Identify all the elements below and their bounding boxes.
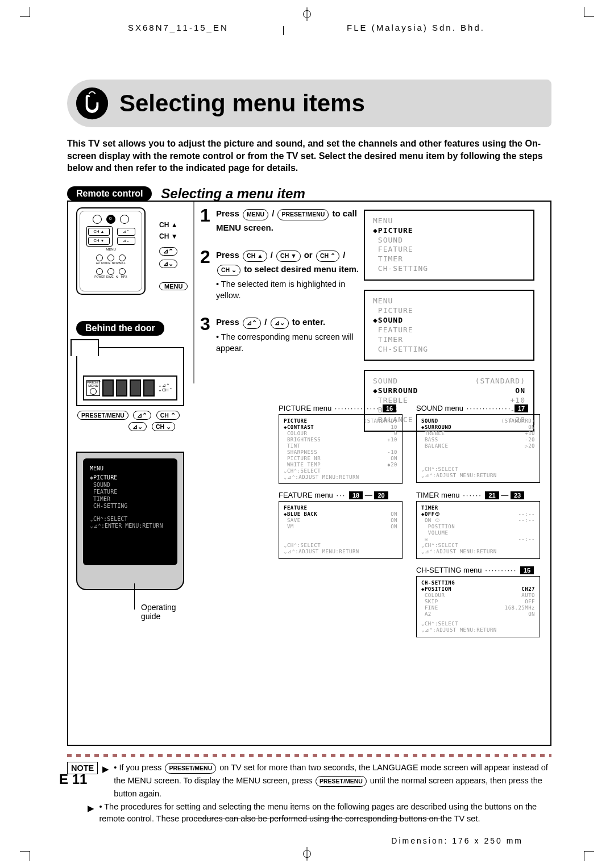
ch-up-button: CH ⌃ xyxy=(156,411,180,420)
steps-column: 1 Press MENU / PRESET/MENU to call MENU … xyxy=(200,207,359,369)
picture-menu-block: PICTURE menu ·············· 16 PICTURE(S… xyxy=(279,404,403,485)
behind-door-pill: Behind the door xyxy=(76,321,164,336)
label-menu: MENU xyxy=(159,282,188,290)
intro-text: This TV set allows you to adjust the pic… xyxy=(67,137,551,174)
tv-illustration: MENU ◆PICTURE SOUND FEATURE TIMER CH-SET… xyxy=(76,452,184,590)
behind-door-buttons: PRESET/MENU ⊿⌃ CH ⌃ ⊿⌄ CH ⌄ xyxy=(76,410,184,432)
label-adj-up: ⊿⌃ xyxy=(159,247,177,256)
tv-screen-osd: MENU ◆PICTURE SOUND FEATURE TIMER CH-SET… xyxy=(83,458,177,565)
header-right: FLE (Malaysia) Sdn. Bhd. xyxy=(347,23,485,32)
adj-down-button: ⊿⌄ xyxy=(128,422,147,431)
behind-door-illustration: PRESET MENU ⌄⊿⌃⌄CH⌃ xyxy=(76,347,184,406)
ch-setting-menu-block: CH-SETTING menu ·········· 15 CH-SETTING… xyxy=(416,566,540,637)
timer-menu-block: TIMER menu ······ 21 — 23 TIMER ◆OFF⏲--:… xyxy=(416,491,540,559)
content: Selecting menu items This TV set allows … xyxy=(67,80,551,825)
page-number: E 11 xyxy=(59,771,87,787)
adj-up-button: ⊿⌃ xyxy=(133,411,151,420)
crop-mark xyxy=(584,7,594,17)
footer-rule xyxy=(196,819,441,819)
menu-button: MENU xyxy=(243,209,268,220)
label-adj-down: ⊿⌄ xyxy=(159,260,177,268)
touch-icon xyxy=(74,85,110,122)
feature-menu-block: FEATURE menu ··· 18 — 20 FEATURE ◆BLUE B… xyxy=(279,491,403,559)
crop-mark xyxy=(20,7,30,17)
note-1: NOTE ▶ • If you press PRESET/MENU on TV … xyxy=(67,762,551,800)
column-divider xyxy=(193,202,194,383)
tv-menu-header: MENU xyxy=(90,465,171,473)
osd-menu-sound: MENU PICTURE ◆SOUND FEATURE TIMER CH-SET… xyxy=(364,290,534,361)
registration-mark xyxy=(303,10,311,18)
label-ch-down: CH ▼ xyxy=(159,232,178,240)
dimension-label: Dimension: 176 x 250 mm xyxy=(391,836,523,845)
remote-illustration: 0 CH ▲ CH ▼ ⊿⌃ ⊿⌄ xyxy=(76,207,146,295)
ch-down-button: CH ⌄ xyxy=(152,422,175,431)
sound-menu-block: SOUND menu ·············· 17 SOUND(STAND… xyxy=(416,404,540,485)
dotted-divider xyxy=(67,754,551,757)
registration-mark xyxy=(303,850,311,858)
osd-menu-picture: MENU ◆PICTURE SOUND FEATURE TIMER CH-SET… xyxy=(364,210,534,281)
step-1: 1 Press MENU / PRESET/MENU to call MENU … xyxy=(200,207,359,234)
step-3: 3 Press ⊿⌃ / ⊿⌄ to enter. • The correspo… xyxy=(200,316,359,354)
preset-menu-button: PRESET/MENU xyxy=(77,411,128,420)
preset-menu-button: PRESET/MENU xyxy=(277,209,329,220)
page-title: Selecting menu items xyxy=(119,90,365,117)
section-header: Remote control Selecting a menu item xyxy=(67,186,551,202)
header-left: SX68N7_11-15_EN xyxy=(128,23,229,32)
operating-guide-label: Operating guide xyxy=(141,603,183,621)
page: SX68N7_11-15_EN FLE (Malaysia) Sdn. Bhd.… xyxy=(0,0,614,868)
remote-control-pill: Remote control xyxy=(67,186,152,201)
crop-mark xyxy=(584,851,594,861)
submenus: PICTURE menu ·············· 16 PICTURE(S… xyxy=(279,404,540,637)
main-frame: 0 CH ▲ CH ▼ ⊿⌃ ⊿⌄ xyxy=(67,201,551,746)
note-2: ▶ • The procedures for setting and selec… xyxy=(67,801,551,825)
header-divider xyxy=(283,26,284,35)
step-2: 2 Press CH ▲ / CH ▼ or CH ⌃ / CH ⌄ to se… xyxy=(200,249,359,301)
label-ch-up: CH ▲ xyxy=(159,221,178,229)
remote-column: 0 CH ▲ CH ▼ ⊿⌃ ⊿⌄ xyxy=(76,207,184,590)
title-bar: Selecting menu items xyxy=(67,80,551,127)
crop-mark xyxy=(20,851,30,861)
section-title: Selecting a menu item xyxy=(161,186,305,202)
